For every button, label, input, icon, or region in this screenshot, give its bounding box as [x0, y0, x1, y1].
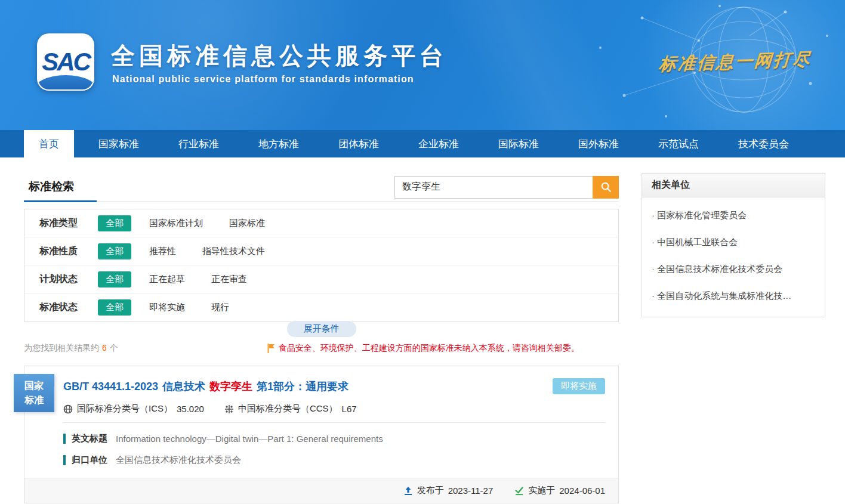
filter-row-standard-status: 标准状态 全部 即将实施 现行 [24, 293, 618, 321]
expand-conditions-button[interactable]: 展开条件 [287, 321, 356, 337]
content-area: 标准检索 标准类型 全部 国家标准计划 国家标准 标准性质 [0, 157, 845, 503]
standard-title-link[interactable]: GB/T 43441.1-2023信息技术数字孪生第1部分：通用要求 [63, 379, 353, 394]
related-unit-link[interactable]: 全国自动化系统与集成标准化技… [650, 283, 816, 310]
notice-text: 食品安全、环境保护、工程建设方面的国家标准未纳入本系统，请咨询相关部委。 [279, 343, 579, 354]
field-accent-bar [63, 434, 66, 444]
search-input[interactable] [394, 176, 593, 199]
related-units-list: 国家标准化管理委员会 中国机械工业联合会 全国信息技术标准化技术委员会 全国自动… [642, 197, 825, 317]
filter-option[interactable]: 即将实施 [149, 302, 185, 313]
badge-line1: 国家 [14, 379, 54, 393]
national-standard-badge: 国家 标准 [14, 374, 54, 412]
related-units-panel: 相关单位 国家标准化管理委员会 中国机械工业联合会 全国信息技术标准化技术委员会… [642, 173, 825, 317]
standard-code: GB/T 43441.1-2023 [63, 381, 158, 392]
filter-label: 标准性质 [39, 245, 98, 258]
site-title: 全国标准信息公共服务平台 [111, 39, 448, 72]
tab-standard-search[interactable]: 标准检索 [24, 173, 97, 202]
related-unit-link[interactable]: 中国机械工业联合会 [650, 229, 816, 256]
published-date-item: 发布于 2023-11-27 [403, 485, 494, 496]
main-nav: 首页 国家标准 行业标准 地方标准 团体标准 企业标准 国际标准 国外标准 示范… [0, 130, 845, 157]
filter-row-type: 标准类型 全部 国家标准计划 国家标准 [24, 209, 618, 237]
filter-all-button[interactable]: 全部 [98, 271, 131, 287]
filter-option[interactable]: 推荐性 [149, 246, 176, 257]
search-box [394, 176, 619, 199]
english-title-label: 英文标题 [72, 433, 107, 444]
result-card: 国家 标准 GB/T 43441.1-2023信息技术数字孪生第1部分：通用要求… [24, 366, 619, 503]
results-summary: 为您找到相关结果约6个 [24, 343, 118, 354]
filter-all-button[interactable]: 全部 [98, 243, 131, 259]
title-part1: 信息技术 [162, 381, 205, 392]
ics-meta: 国际标准分类号（ICS） 35.020 [63, 403, 204, 415]
field-accent-bar [63, 455, 66, 465]
sac-logo: SAC [37, 33, 94, 91]
filter-box: 标准类型 全部 国家标准计划 国家标准 标准性质 全部 推荐性 指导性技术文件 … [24, 209, 619, 322]
filter-option[interactable]: 国家标准 [229, 218, 265, 229]
nav-item-home[interactable]: 首页 [24, 130, 74, 157]
ccs-value: L67 [342, 404, 357, 414]
nav-item-pilot[interactable]: 示范试点 [643, 130, 714, 157]
ics-value: 35.020 [177, 404, 204, 414]
nav-item-industry-standards[interactable]: 行业标准 [164, 130, 234, 157]
ccs-label: 中国标准分类号（CCS） [238, 403, 338, 415]
search-icon [600, 181, 612, 193]
flag-icon [267, 344, 275, 353]
publish-upload-icon [403, 486, 413, 496]
implemented-date-item: 实施于 2024-06-01 [514, 485, 605, 496]
filter-all-button[interactable]: 全部 [98, 299, 131, 316]
exclusion-notice: 食品安全、环境保护、工程建设方面的国家标准未纳入本系统，请咨询相关部委。 [267, 343, 579, 354]
filter-label: 计划状态 [39, 273, 98, 286]
title-part2: 第1部分：通用要求 [257, 381, 349, 392]
summary-row: 为您找到相关结果约6个 食品安全、环境保护、工程建设方面的国家标准未纳入本系统，… [24, 343, 619, 354]
nav-item-technical-committee[interactable]: 技术委员会 [723, 130, 804, 157]
card-meta: 国际标准分类号（ICS） 35.020 中国标准分类号（CCS） L67 [63, 394, 605, 423]
filter-row-plan-status: 计划状态 全部 正在起草 正在审查 [24, 265, 618, 293]
crosshair-icon [224, 404, 234, 414]
published-date: 2023-11-27 [448, 486, 494, 496]
ccs-meta: 中国标准分类号（CCS） L67 [224, 403, 357, 415]
main-column: 标准检索 标准类型 全部 国家标准计划 国家标准 标准性质 [24, 173, 619, 503]
org-value: 全国信息技术标准化技术委员会 [116, 454, 241, 466]
expand-wrap: 展开条件 [24, 322, 619, 337]
related-unit-link[interactable]: 国家标准化管理委员会 [650, 202, 816, 229]
site-header: SAC 全国标准信息公共服务平台 National public service… [0, 0, 845, 130]
filter-option[interactable]: 正在审查 [211, 274, 247, 285]
filter-all-button[interactable]: 全部 [98, 215, 131, 231]
filter-option[interactable]: 现行 [211, 302, 229, 313]
english-title-value: Information technology—Digital twin—Part… [116, 434, 383, 444]
filter-option[interactable]: 国家标准计划 [149, 218, 203, 229]
filter-option[interactable]: 指导性技术文件 [202, 246, 265, 257]
nav-item-national-standards[interactable]: 国家标准 [84, 130, 154, 157]
badge-line2: 标准 [14, 393, 54, 407]
implement-check-icon [514, 486, 524, 496]
implemented-label: 实施于 [528, 485, 555, 496]
search-button[interactable] [593, 176, 619, 199]
summary-suffix: 个 [110, 343, 118, 353]
search-row: 标准检索 [24, 173, 619, 202]
status-badge: 即将实施 [553, 378, 605, 394]
published-label: 发布于 [417, 485, 444, 496]
summary-prefix: 为您找到相关结果约 [24, 343, 99, 353]
site-subtitle: National public service platform for sta… [112, 74, 414, 85]
nav-item-international-standards[interactable]: 国际标准 [483, 130, 554, 157]
filter-option[interactable]: 正在起草 [149, 274, 185, 285]
card-head: GB/T 43441.1-2023信息技术数字孪生第1部分：通用要求 即将实施 [24, 366, 618, 394]
filter-label: 标准状态 [39, 301, 98, 314]
nav-item-group-standards[interactable]: 团体标准 [323, 130, 394, 157]
related-units-title: 相关单位 [642, 174, 825, 197]
card-footer: 发布于 2023-11-27 实施于 2024-06-01 [24, 478, 618, 503]
filter-label: 标准类型 [39, 217, 98, 230]
org-field: 归口单位 全国信息技术标准化技术委员会 [63, 454, 605, 466]
nav-item-local-standards[interactable]: 地方标准 [243, 130, 314, 157]
sac-logo-text: SAC [42, 48, 90, 76]
org-label: 归口单位 [72, 454, 107, 466]
globe-icon [63, 404, 73, 414]
filter-row-nature: 标准性质 全部 推荐性 指导性技术文件 [24, 237, 618, 265]
nav-item-enterprise-standards[interactable]: 企业标准 [403, 130, 474, 157]
summary-count: 6 [102, 343, 107, 353]
title-highlight: 数字孪生 [209, 381, 252, 392]
english-title-field: 英文标题 Information technology—Digital twin… [63, 433, 605, 444]
implemented-date: 2024-06-01 [559, 486, 605, 496]
ics-label: 国际标准分类号（ICS） [77, 403, 172, 415]
related-unit-link[interactable]: 全国信息技术标准化技术委员会 [650, 256, 816, 283]
nav-item-foreign-standards[interactable]: 国外标准 [563, 130, 634, 157]
